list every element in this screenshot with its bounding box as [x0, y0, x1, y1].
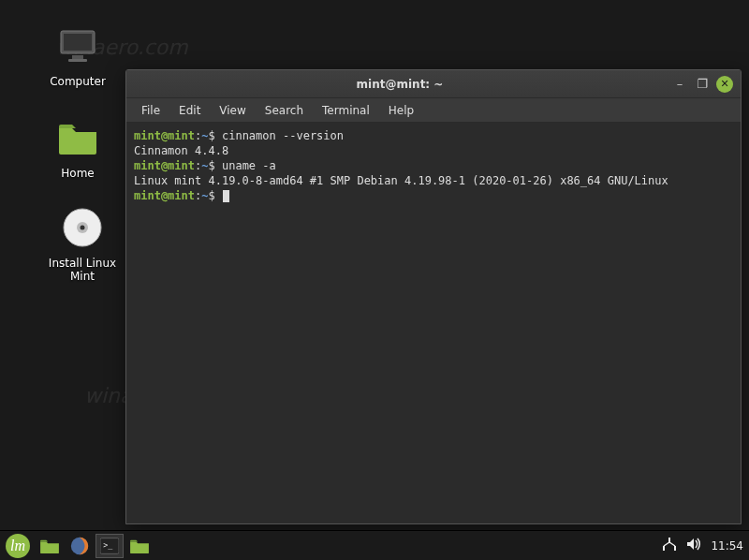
task-terminal[interactable]: >_: [95, 534, 124, 558]
taskbar[interactable]: lm >_ 11:54: [0, 530, 749, 560]
svg-point-6: [81, 226, 85, 230]
volume-icon[interactable]: [686, 537, 701, 554]
menu-edit[interactable]: Edit: [169, 101, 210, 120]
svg-text:>_: >_: [103, 539, 113, 549]
firefox-launcher[interactable]: [66, 534, 94, 558]
desktop-icon-home[interactable]: Home: [36, 112, 120, 180]
menu-terminal[interactable]: Terminal: [313, 101, 379, 120]
maximize-button[interactable]: ❐: [694, 76, 711, 93]
svg-rect-11: [663, 546, 665, 551]
minimize-button[interactable]: –: [671, 76, 688, 93]
terminal-line: mint@mint:~$: [134, 188, 733, 203]
desktop-icon-label: Home: [36, 167, 120, 180]
svg-rect-10: [668, 538, 670, 542]
system-tray: 11:54: [662, 537, 743, 554]
svg-rect-3: [68, 59, 87, 62]
clock[interactable]: 11:54: [711, 539, 743, 553]
close-button[interactable]: ✕: [716, 76, 733, 93]
menubar: File Edit View Search Terminal Help: [126, 98, 741, 123]
terminal-cursor: [223, 190, 229, 202]
desktop-icon-label: Install Linux Mint: [36, 257, 129, 283]
computer-icon: [52, 21, 103, 71]
terminal-line: mint@mint:~$ cinnamon --version: [134, 128, 733, 143]
task-files[interactable]: [125, 534, 154, 558]
menu-search[interactable]: Search: [256, 101, 313, 120]
mint-menu-button[interactable]: lm: [6, 534, 30, 558]
terminal-line: Linux mint 4.19.0-8-amd64 #1 SMP Debian …: [134, 173, 733, 188]
show-desktop-button[interactable]: [36, 534, 64, 558]
svg-rect-12: [674, 546, 676, 551]
titlebar[interactable]: mint@mint: ~ – ❐ ✕: [126, 70, 741, 98]
menu-view[interactable]: View: [210, 101, 255, 120]
terminal-body[interactable]: mint@mint:~$ cinnamon --versionCinnamon …: [126, 123, 741, 523]
desktop-icon-install[interactable]: Install Linux Mint: [36, 202, 129, 283]
terminal-window[interactable]: mint@mint: ~ – ❐ ✕ File Edit View Search…: [125, 69, 742, 524]
desktop[interactable]: lm winaero.com winaero.com winaero.com w…: [0, 0, 749, 530]
svg-rect-1: [64, 34, 92, 51]
cd-icon: [57, 202, 108, 253]
menu-help[interactable]: Help: [379, 101, 423, 120]
folder-home-icon: [52, 112, 103, 163]
network-icon[interactable]: [662, 537, 677, 554]
menu-file[interactable]: File: [132, 101, 169, 120]
terminal-line: mint@mint:~$ uname -a: [134, 158, 733, 173]
terminal-line: Cinnamon 4.4.8: [134, 143, 733, 158]
window-title: mint@mint: ~: [134, 78, 666, 91]
desktop-icon-label: Computer: [36, 75, 120, 88]
desktop-icon-computer[interactable]: Computer: [36, 21, 120, 88]
svg-rect-2: [72, 55, 83, 59]
